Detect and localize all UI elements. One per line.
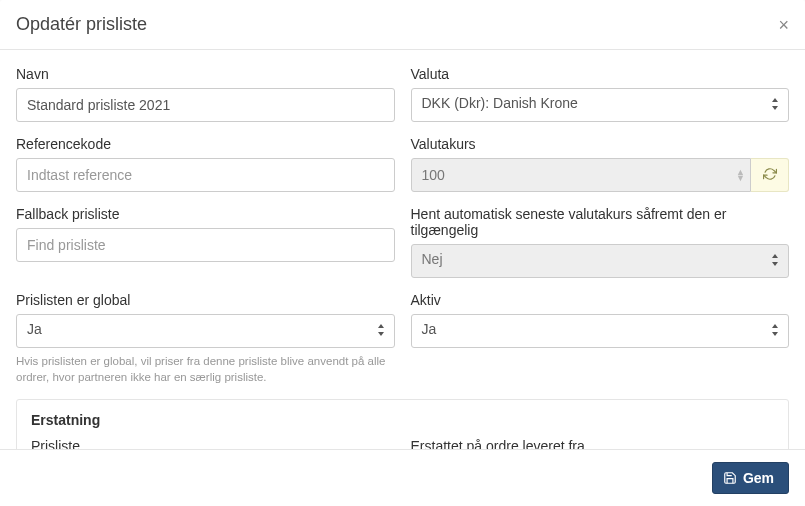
modal-title: Opdatér prisliste bbox=[16, 14, 147, 35]
auto-fetch-select: Nej bbox=[411, 244, 790, 278]
exchange-rate-input bbox=[411, 158, 752, 192]
close-icon: × bbox=[778, 15, 789, 35]
active-label: Aktiv bbox=[411, 292, 790, 308]
fallback-input[interactable] bbox=[16, 228, 395, 262]
global-group: Prislisten er global Ja Hvis prislisten … bbox=[16, 292, 395, 385]
fallback-group: Fallback prisliste bbox=[16, 206, 395, 278]
modal-body: Navn Valuta DKK (Dkr): Danish Krone Refe… bbox=[0, 50, 805, 449]
update-pricelist-modal: Opdatér prisliste × Navn Valuta DKK (Dkr… bbox=[0, 0, 805, 506]
replaced-from-label: Erstattet på ordre leveret fra bbox=[411, 438, 775, 449]
replacement-pricelist-label: Prisliste bbox=[31, 438, 395, 449]
refresh-rate-button[interactable] bbox=[751, 158, 789, 192]
replaced-from-group: Erstattet på ordre leveret fra bbox=[411, 438, 775, 449]
currency-group: Valuta DKK (Dkr): Danish Krone bbox=[411, 66, 790, 122]
exchange-rate-label: Valutakurs bbox=[411, 136, 790, 152]
auto-fetch-group: Hent automatisk seneste valutakurs såfre… bbox=[411, 206, 790, 278]
global-select[interactable]: Ja bbox=[16, 314, 395, 348]
reference-input[interactable] bbox=[16, 158, 395, 192]
auto-fetch-label: Hent automatisk seneste valutakurs såfre… bbox=[411, 206, 790, 238]
modal-header: Opdatér prisliste × bbox=[0, 0, 805, 50]
name-group: Navn bbox=[16, 66, 395, 122]
currency-label: Valuta bbox=[411, 66, 790, 82]
refresh-icon bbox=[763, 167, 777, 184]
replacement-pricelist-group: Prisliste Standard prisliste 2022 (DKK) bbox=[31, 438, 395, 449]
replacement-section: Erstatning Prisliste Standard prisliste … bbox=[16, 399, 789, 449]
reference-group: Referencekode bbox=[16, 136, 395, 192]
name-input[interactable] bbox=[16, 88, 395, 122]
active-select[interactable]: Ja bbox=[411, 314, 790, 348]
replacement-title: Erstatning bbox=[31, 412, 774, 428]
global-help-text: Hvis prislisten er global, vil priser fr… bbox=[16, 353, 395, 385]
reference-label: Referencekode bbox=[16, 136, 395, 152]
modal-footer: Gem bbox=[0, 449, 805, 506]
fallback-label: Fallback prisliste bbox=[16, 206, 395, 222]
save-button-label: Gem bbox=[743, 470, 774, 486]
global-label: Prislisten er global bbox=[16, 292, 395, 308]
save-icon bbox=[723, 471, 737, 485]
name-label: Navn bbox=[16, 66, 395, 82]
active-group: Aktiv Ja bbox=[411, 292, 790, 385]
save-button[interactable]: Gem bbox=[712, 462, 789, 494]
close-button[interactable]: × bbox=[778, 16, 789, 34]
exchange-rate-group: Valutakurs ▲▼ bbox=[411, 136, 790, 192]
currency-select[interactable]: DKK (Dkr): Danish Krone bbox=[411, 88, 790, 122]
